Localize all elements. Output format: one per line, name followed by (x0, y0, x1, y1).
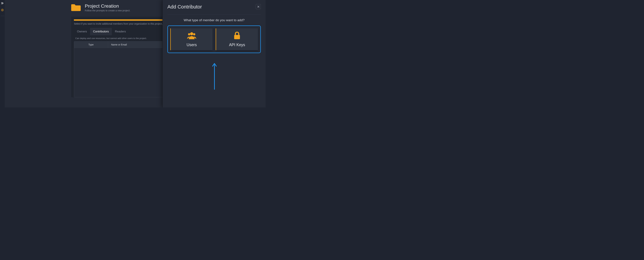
option-api-keys-label: API Keys (216, 43, 258, 47)
close-button[interactable] (256, 4, 261, 9)
column-type: Type (74, 41, 108, 48)
panel-question: What type of member do you want to add? (167, 18, 261, 22)
main-area: Project Creation Follow the prompts to c… (5, 0, 266, 107)
annotation-arrow (212, 61, 217, 90)
option-users-label: Users (171, 43, 212, 47)
users-icon (171, 32, 212, 40)
folder-icon (71, 3, 81, 12)
panel-title: Add Contributor (167, 4, 202, 10)
member-type-options: Users API Keys (167, 25, 261, 53)
close-icon (258, 5, 259, 8)
sidebar-divider (1, 16, 4, 16)
tab-contributors[interactable]: Contributors (90, 28, 112, 35)
option-users[interactable]: Users (170, 28, 212, 50)
tab-readers[interactable]: Readers (112, 28, 129, 35)
left-sidebar (0, 0, 5, 107)
lock-icon (216, 32, 258, 40)
tab-owners[interactable]: Owners (74, 28, 90, 35)
page-title: Project Creation (85, 3, 130, 9)
add-icon[interactable] (1, 9, 4, 12)
page-subtitle: Follow the prompts to create a new proje… (85, 9, 130, 12)
svg-point-3 (193, 33, 196, 35)
add-contributor-panel: Add Contributor What type of member do y… (162, 0, 266, 107)
option-api-keys[interactable]: API Keys (216, 28, 258, 50)
svg-point-1 (190, 32, 193, 35)
svg-point-2 (188, 33, 190, 35)
expand-sidebar-icon[interactable] (1, 2, 4, 5)
panel-header: Add Contributor (167, 4, 261, 14)
svg-rect-4 (234, 35, 240, 39)
